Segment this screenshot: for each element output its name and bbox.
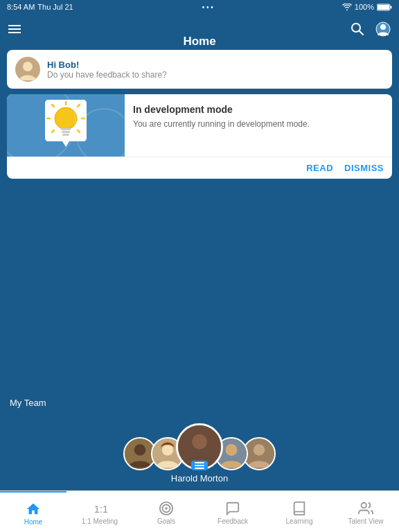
- svg-text:1:1: 1:1: [94, 504, 107, 515]
- tab-goals[interactable]: Goals: [133, 491, 200, 532]
- selected-badge: [191, 461, 208, 470]
- battery-icon: [377, 3, 392, 11]
- svg-point-36: [362, 503, 366, 508]
- feedback-icon: [225, 501, 240, 516]
- goals-icon: [159, 501, 174, 516]
- tab-talent[interactable]: Talent View: [332, 491, 399, 532]
- svg-point-3: [352, 24, 360, 32]
- wifi-icon: [342, 3, 352, 10]
- team-avatar-row[interactable]: [7, 415, 392, 470]
- learning-icon: [292, 501, 307, 516]
- bottom-tab-bar: Home 1:1 1:1 Meeting Goals Feedback Lear…: [0, 490, 399, 532]
- svg-point-6: [380, 24, 386, 30]
- notification-actions: READ DISMISS: [7, 157, 392, 179]
- svg-rect-1: [391, 6, 392, 8]
- svg-point-8: [23, 62, 33, 71]
- status-day: Thu Jul 21: [37, 3, 73, 11]
- svg-line-4: [360, 31, 363, 35]
- notification-title: In development mode: [133, 104, 384, 115]
- feedback-subtext: Do you have feedback to share?: [47, 70, 384, 80]
- tab-goals-label: Goals: [157, 517, 175, 525]
- my-team-label: My Team: [7, 398, 392, 408]
- bg-circle-1: [7, 94, 76, 157]
- meeting-icon: 1:1: [92, 501, 107, 516]
- greeting-text: Hi Bob!: [47, 60, 384, 70]
- talent-icon: [358, 501, 373, 516]
- badge-lines: [195, 462, 204, 469]
- top-navigation: Home: [0, 14, 399, 44]
- read-button[interactable]: READ: [306, 163, 333, 173]
- status-dots: • • •: [202, 3, 213, 11]
- feedback-banner[interactable]: Hi Bob! Do you have feedback to share?: [7, 50, 392, 89]
- status-bar: 8:54 AM Thu Jul 21 • • • 100%: [0, 0, 399, 14]
- tab-meeting[interactable]: 1:1 1:1 Meeting: [66, 491, 133, 532]
- svg-rect-2: [378, 5, 389, 10]
- status-indicators: 100%: [342, 3, 392, 11]
- feedback-text-area: Hi Bob! Do you have feedback to share?: [47, 60, 384, 80]
- tab-learning-label: Learning: [286, 517, 313, 525]
- tab-talent-label: Talent View: [348, 517, 384, 525]
- tab-feedback[interactable]: Feedback: [200, 491, 266, 532]
- profile-icon[interactable]: [375, 21, 391, 37]
- svg-point-23: [162, 444, 174, 456]
- home-icon: [26, 502, 41, 517]
- notification-icon-area: [7, 94, 125, 157]
- notification-content: In development mode You are currently ru…: [125, 94, 392, 157]
- svg-point-35: [165, 507, 168, 510]
- notification-inner: In development mode You are currently ru…: [7, 94, 392, 157]
- svg-point-21: [134, 444, 146, 456]
- notification-body: You are currently running in development…: [133, 119, 384, 129]
- nav-icons-area: [351, 21, 391, 37]
- tab-learning[interactable]: Learning: [266, 491, 332, 532]
- notification-card: In development mode You are currently ru…: [7, 94, 392, 179]
- page-title: Home: [183, 35, 215, 48]
- search-icon[interactable]: [351, 22, 364, 36]
- tab-meeting-label: 1:1 Meeting: [82, 517, 118, 525]
- svg-point-26: [192, 434, 207, 450]
- hamburger-menu[interactable]: [8, 25, 21, 33]
- status-time: 8:54 AM: [7, 3, 35, 11]
- user-avatar: [15, 57, 40, 82]
- my-team-section: My Team: [0, 398, 399, 490]
- battery-text: 100%: [355, 3, 374, 11]
- status-time-area: 8:54 AM Thu Jul 21: [7, 3, 73, 11]
- tab-home-label: Home: [24, 518, 43, 526]
- selected-member-container[interactable]: [176, 423, 223, 470]
- svg-point-29: [226, 444, 238, 456]
- dismiss-button[interactable]: DISMISS: [344, 163, 384, 173]
- selected-member-name: Harold Morton: [7, 473, 392, 484]
- tab-feedback-label: Feedback: [218, 517, 248, 525]
- tab-home[interactable]: Home: [0, 491, 66, 532]
- svg-point-31: [254, 444, 265, 456]
